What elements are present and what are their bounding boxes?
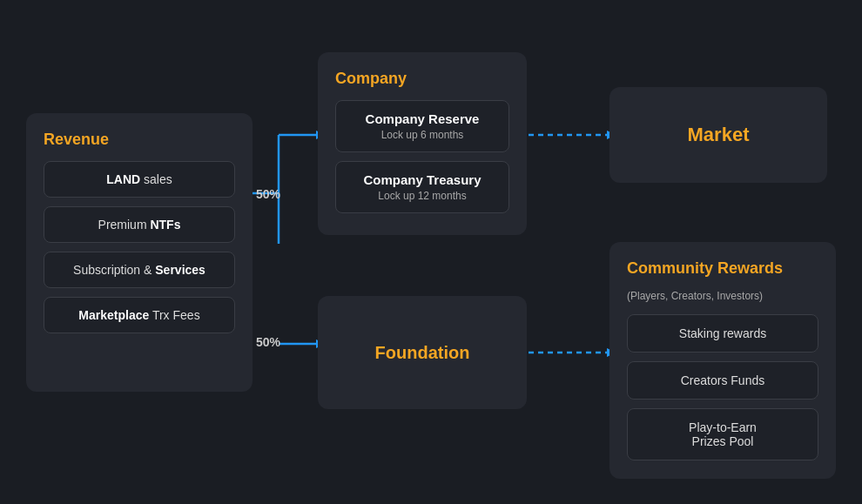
reward-staking: Staking rewards xyxy=(627,314,818,353)
revenue-title: Revenue xyxy=(44,131,235,149)
foundation-title: Foundation xyxy=(375,343,470,363)
community-subtitle: (Players, Creators, Investors) xyxy=(627,290,818,302)
company-card: Company Company Reserve Lock up 6 months… xyxy=(318,52,527,235)
company-treasury-title: Company Treasury xyxy=(350,172,495,187)
revenue-item-subscription: Subscription & Services xyxy=(44,252,235,288)
company-treasury-card: Company Treasury Lock up 12 months xyxy=(335,161,509,213)
reward-creators: Creators Funds xyxy=(627,361,818,400)
revenue-item-marketplace-bold: Marketplace xyxy=(78,308,149,322)
market-title: Market xyxy=(688,124,750,146)
revenue-item-ntfs-bold: NTFs xyxy=(150,218,180,232)
reward-play-to-earn: Play-to-EarnPrizes Pool xyxy=(627,408,818,460)
revenue-item-ntfs: Premium NTFs xyxy=(44,206,235,243)
company-reserve-card: Company Reserve Lock up 6 months xyxy=(335,100,509,152)
revenue-item-marketplace: Marketplace Trx Fees xyxy=(44,297,235,333)
community-card: Community Rewards (Players, Creators, In… xyxy=(609,242,836,479)
community-title: Community Rewards xyxy=(627,259,818,278)
company-title: Company xyxy=(335,70,509,88)
diagram-container: Revenue LAND sales Premium NTFs Subscrip… xyxy=(0,0,862,504)
foundation-card: Foundation xyxy=(318,296,527,409)
company-treasury-subtitle: Lock up 12 months xyxy=(350,190,495,202)
pct-top-label: 50% xyxy=(256,187,280,201)
pct-bottom-label: 50% xyxy=(256,335,280,349)
company-reserve-title: Company Reserve xyxy=(350,111,495,126)
company-reserve-subtitle: Lock up 6 months xyxy=(350,129,495,141)
revenue-item-subscription-bold: Services xyxy=(155,263,205,277)
revenue-items: LAND sales Premium NTFs Subscription & S… xyxy=(44,161,235,333)
revenue-item-land-bold: LAND xyxy=(106,172,140,186)
revenue-card: Revenue LAND sales Premium NTFs Subscrip… xyxy=(26,113,253,392)
revenue-item-land: LAND sales xyxy=(44,161,235,198)
market-card: Market xyxy=(609,87,827,183)
